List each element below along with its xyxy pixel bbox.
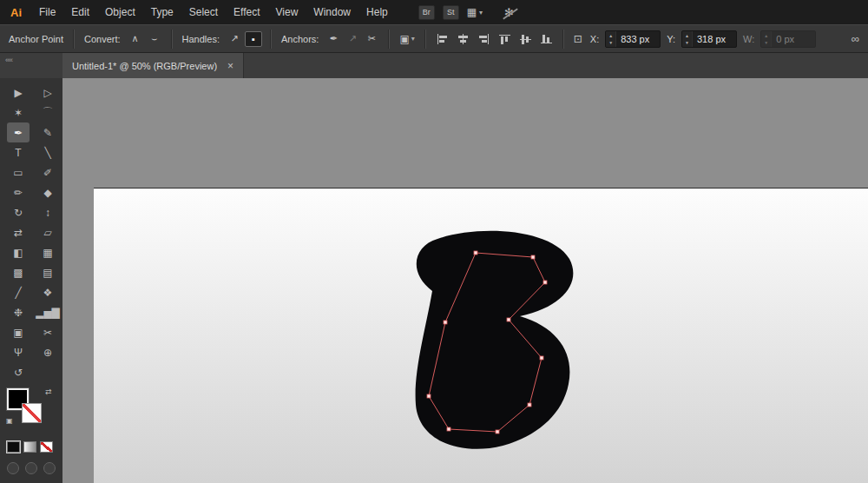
type-tool[interactable]: T [7, 142, 30, 162]
anchor-point[interactable] [447, 427, 450, 431]
menu-type[interactable]: Type [143, 0, 181, 24]
curvature-tool[interactable]: ✎ [36, 122, 59, 142]
y-stepper[interactable]: ▲▼ [682, 31, 693, 47]
show-handles-icon[interactable]: ↗ [226, 31, 243, 47]
letter-b-shape[interactable] [416, 231, 574, 449]
menu-effect[interactable]: Effect [226, 0, 267, 24]
draw-inside-icon[interactable] [43, 462, 56, 474]
menu-view[interactable]: View [268, 0, 306, 24]
rotate-view-tool[interactable]: ↺ [7, 362, 30, 382]
illustrator-window: Ai FileEditObjectTypeSelectEffectViewWin… [0, 0, 868, 483]
pen-tool[interactable]: ✒ [7, 122, 30, 142]
rectangle-tool[interactable]: ▭ [7, 162, 30, 182]
direct-selection-tool[interactable]: ▷ [36, 83, 59, 103]
artboard-tool[interactable]: ▣ [7, 322, 30, 342]
anchor-point[interactable] [474, 251, 477, 255]
anchor-point[interactable] [528, 403, 531, 407]
selection-tool[interactable]: ▶ [7, 83, 30, 103]
anchors-icons: ✒↗✂ [325, 31, 380, 47]
symbol-sprayer-tool[interactable]: ❉ [7, 302, 30, 322]
color-button[interactable] [7, 441, 20, 453]
anchor-point[interactable] [531, 255, 535, 259]
anchor-point[interactable] [427, 394, 431, 398]
rotate-tool[interactable]: ↻ [7, 202, 30, 222]
y-label: Y: [665, 34, 677, 44]
vertical-align-top-icon[interactable] [496, 31, 513, 47]
anchor-point[interactable] [507, 318, 510, 321]
context-label: Anchor Point [7, 34, 65, 44]
chevron-down-icon: ▾ [479, 9, 483, 17]
anchor-point[interactable] [540, 356, 543, 360]
slice-tool[interactable]: ✂ [36, 322, 59, 342]
cut-path-icon[interactable]: ✂ [363, 31, 380, 47]
align-center-icon[interactable] [455, 31, 471, 47]
lasso-tool[interactable]: ⌒ [36, 103, 59, 122]
width-tool[interactable]: ⇄ [7, 222, 30, 242]
vertical-align-bottom-icon[interactable] [538, 31, 555, 47]
menu-select[interactable]: Select [181, 0, 226, 24]
hand-tool[interactable]: Ψ [7, 342, 30, 362]
shape-options-button[interactable]: ▣ ▾ [398, 33, 416, 45]
stepper-down-icon: ▼ [685, 40, 689, 45]
main-area: ▶▷✶⌒✒✎T╲▭✐✏◆↻↕⇄▱◧▦▩▤╱❖❉▂▅▇▣✂Ψ⊕↺ ⇄ ▣ [0, 78, 868, 483]
default-fill-stroke-icon[interactable]: ▣ [6, 417, 13, 425]
tools-grid: ▶▷✶⌒✒✎T╲▭✐✏◆↻↕⇄▱◧▦▩▤╱❖❉▂▅▇▣✂Ψ⊕↺ [7, 83, 62, 382]
shape-builder-tool[interactable]: ◧ [7, 242, 30, 262]
menu-edit[interactable]: Edit [63, 0, 97, 24]
draw-normal-icon[interactable] [7, 462, 19, 474]
workspace-switcher[interactable]: ▦ ▾ [467, 6, 483, 18]
eraser-tool[interactable]: ◆ [36, 182, 59, 202]
menubar-right: Br St ▦ ▾ ✻ [418, 5, 514, 20]
align-right-icon[interactable] [476, 31, 492, 47]
reference-point-icon[interactable]: ⊡ [572, 33, 584, 45]
convert-to-corner-icon[interactable]: ∧ [127, 31, 144, 47]
collapse-panel-icon[interactable]: «« [5, 56, 12, 64]
stroke-swatch[interactable] [22, 403, 42, 423]
pencil-tool[interactable]: ✏ [7, 182, 30, 202]
vertical-align-center-icon[interactable] [517, 31, 534, 47]
magic-wand-tool[interactable]: ✶ [7, 103, 30, 122]
none-button[interactable] [40, 441, 53, 453]
eyedropper-tool[interactable]: ╱ [7, 282, 30, 302]
swap-fill-stroke-icon[interactable]: ⇄ [45, 387, 52, 396]
menu-window[interactable]: Window [306, 0, 358, 24]
hide-handles-icon[interactable]: ▪ [245, 31, 262, 47]
canvas[interactable] [62, 78, 868, 483]
column-graph-tool[interactable]: ▂▅▇ [36, 302, 59, 322]
gradient-button[interactable] [23, 441, 36, 453]
gradient-tool[interactable]: ▤ [36, 262, 59, 282]
paintbrush-tool[interactable]: ✐ [36, 162, 59, 182]
anchor-point[interactable] [444, 321, 447, 324]
stock-button[interactable]: St [443, 5, 459, 20]
handles-icons: ↗▪ [226, 31, 262, 47]
close-icon[interactable]: × [227, 61, 233, 71]
remove-anchor-icon[interactable]: ✒ [325, 31, 342, 47]
tab-bar: «« Untitled-1* @ 50% (RGB/Preview) × [0, 53, 868, 78]
convert-icons: ∧⌣ [127, 31, 163, 47]
convert-to-smooth-icon[interactable]: ⌣ [146, 31, 163, 47]
x-field[interactable]: ▲▼ 833 px [605, 30, 661, 48]
document-tab[interactable]: Untitled-1* @ 50% (RGB/Preview) × [62, 53, 244, 78]
line-segment-tool[interactable]: ╲ [36, 142, 59, 162]
anchor-point[interactable] [496, 430, 499, 433]
separator [171, 30, 173, 49]
gpu-performance-icon[interactable]: ✻ [504, 6, 514, 19]
x-stepper[interactable]: ▲▼ [606, 31, 616, 47]
y-field[interactable]: ▲▼ 318 px [681, 30, 737, 48]
zoom-tool[interactable]: ⊕ [36, 342, 59, 362]
free-transform-tool[interactable]: ▱ [36, 222, 59, 242]
bridge-button[interactable]: Br [418, 5, 435, 20]
menu-help[interactable]: Help [358, 0, 396, 24]
connect-path-icon[interactable]: ↗ [344, 31, 361, 47]
perspective-grid-tool[interactable]: ▦ [36, 242, 59, 262]
menu-file[interactable]: File [31, 0, 63, 24]
anchor-point[interactable] [543, 281, 547, 284]
align-left-icon[interactable] [434, 31, 450, 47]
menu-object[interactable]: Object [97, 0, 143, 24]
app-logo[interactable]: Ai [0, 6, 31, 19]
blend-tool[interactable]: ❖ [36, 282, 59, 302]
scale-tool[interactable]: ↕ [36, 202, 59, 222]
mesh-tool[interactable]: ▩ [7, 262, 30, 282]
link-dimensions-icon[interactable]: ∞ [852, 32, 861, 45]
draw-behind-icon[interactable] [25, 462, 37, 474]
